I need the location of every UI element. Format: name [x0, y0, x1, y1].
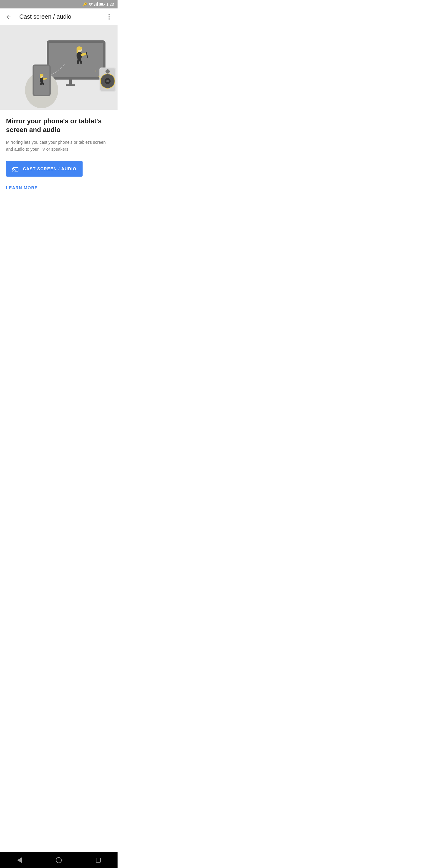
cast-illustration-svg: + + +: [0, 25, 118, 110]
app-bar: Cast screen / audio: [0, 8, 118, 25]
svg-point-24: [106, 80, 109, 82]
svg-rect-3: [97, 2, 98, 6]
app-bar-title: Cast screen / audio: [19, 13, 103, 20]
back-button[interactable]: [2, 11, 14, 23]
description-text: Mirroring lets you cast your phone's or …: [6, 139, 112, 153]
learn-more-link[interactable]: LEARN MORE: [6, 185, 38, 190]
overflow-dots-icon: [108, 14, 110, 20]
battery-icon: [99, 3, 105, 6]
svg-rect-6: [100, 3, 103, 5]
status-bar: 🔑 1:23: [0, 0, 118, 8]
overflow-menu-button[interactable]: [103, 11, 115, 23]
svg-text:+: +: [95, 69, 97, 73]
cast-screen-audio-button[interactable]: CAST SCREEN / AUDIO: [6, 161, 83, 177]
back-arrow-icon: [5, 14, 11, 20]
status-time: 1:23: [106, 2, 114, 7]
svg-point-25: [105, 69, 110, 73]
svg-point-0: [90, 5, 91, 6]
svg-rect-5: [104, 4, 104, 5]
cast-button-icon: [12, 165, 19, 173]
hero-illustration: + + +: [0, 25, 118, 110]
svg-rect-2: [96, 3, 96, 6]
svg-text:+: +: [98, 74, 100, 79]
main-heading: Mirror your phone's or tablet's screen a…: [6, 117, 112, 134]
content-area: Mirror your phone's or tablet's screen a…: [0, 110, 118, 198]
svg-rect-1: [94, 4, 95, 6]
cast-button-label: CAST SCREEN / AUDIO: [23, 166, 76, 171]
signal-icon: [94, 2, 98, 6]
status-icons: 🔑 1:23: [83, 2, 114, 7]
svg-rect-11: [66, 84, 75, 86]
svg-rect-15: [76, 48, 78, 53]
svg-rect-10: [69, 80, 72, 85]
svg-rect-35: [40, 75, 41, 78]
wifi-icon: [89, 3, 93, 6]
key-icon: 🔑: [83, 2, 87, 6]
